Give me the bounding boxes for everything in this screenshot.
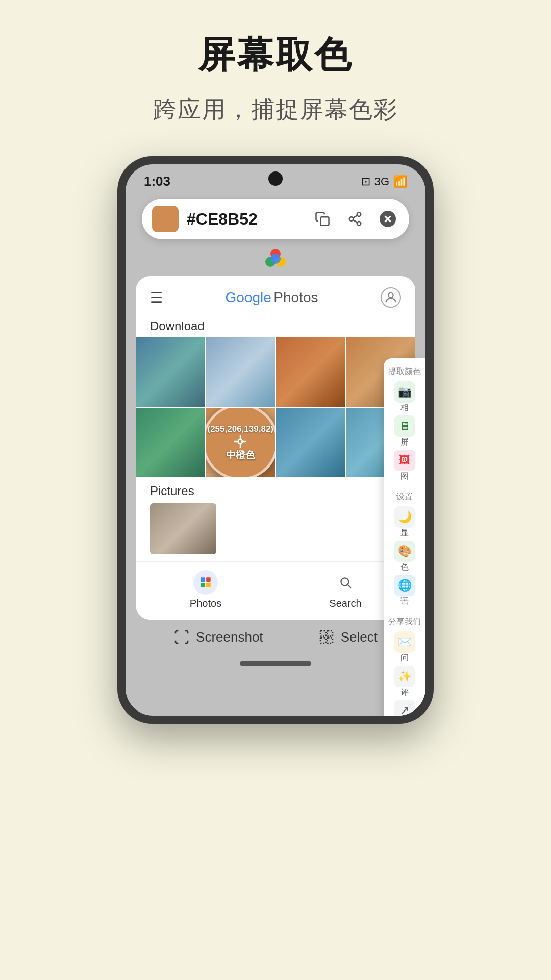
svg-point-1	[357, 213, 361, 217]
svg-point-3	[357, 222, 361, 226]
side-item-share[interactable]: ↗ 分	[387, 700, 422, 716]
side-item-globe[interactable]: 🌐 语	[387, 575, 422, 607]
svg-line-24	[348, 585, 351, 588]
phone-bottom-controls: Screenshot Select	[126, 620, 425, 654]
side-item-star[interactable]: ✨ 评	[387, 666, 422, 698]
mail-label: 问	[400, 653, 409, 664]
section-pictures-label: Pictures	[150, 484, 401, 503]
moon-label: 显	[400, 528, 409, 538]
side-panel: 提取颜色 📷 相 🖥 屏 🖼 图 设置 🌙 显	[384, 358, 425, 716]
camera-label: 相	[400, 403, 409, 413]
hamburger-icon[interactable]: ☰	[150, 289, 163, 306]
photo-cell-6[interactable]: (255,206,139,82) 中橙色	[206, 408, 276, 477]
screen-icon: 🖥	[394, 415, 415, 437]
photo-cell-1[interactable]	[136, 337, 205, 407]
phone-shell: 1:03 ⊡ 3G 📶 #CE8B52	[117, 156, 434, 724]
pictures-thumbnail[interactable]	[150, 503, 216, 554]
close-button[interactable]	[377, 208, 399, 230]
side-item-color[interactable]: 🎨 色	[387, 541, 422, 573]
pictures-section: Pictures	[136, 477, 415, 561]
photo-grid-container: (255,206,139,82) 中橙色	[136, 337, 415, 477]
google-text: Google	[226, 289, 271, 305]
status-bar: 1:03 ⊡ 3G 📶	[126, 164, 425, 194]
status-time: 1:03	[144, 174, 170, 189]
side-settings-label: 设置	[387, 488, 422, 504]
color-circle-top: (255,206,139,82)	[208, 424, 274, 434]
svg-point-13	[388, 293, 393, 298]
svg-point-23	[341, 578, 348, 585]
photos-nav-label: Photos	[190, 598, 221, 609]
color-circle: (255,206,139,82) 中橙色	[206, 408, 276, 477]
screenshot-button[interactable]: Screenshot	[173, 629, 263, 645]
color-actions	[311, 208, 399, 230]
color-swatch	[152, 206, 179, 232]
color-hex-value: #CE8B52	[187, 210, 303, 229]
image-icon: 🖼	[394, 450, 415, 471]
svg-rect-20	[206, 577, 211, 582]
mail-icon: ✉️	[394, 631, 415, 653]
app-header: ☰ Google Photos	[136, 276, 415, 315]
side-item-moon[interactable]: 🌙 显	[387, 506, 422, 538]
share-button[interactable]	[344, 208, 366, 230]
svg-rect-21	[201, 583, 205, 587]
photo-cell-7[interactable]	[276, 408, 345, 477]
home-indicator	[240, 662, 311, 666]
globe-label: 语	[400, 596, 409, 607]
photo-cell-2[interactable]	[206, 337, 276, 407]
color-settings-icon: 🎨	[394, 541, 415, 562]
image-label: 图	[400, 471, 409, 482]
svg-point-12	[270, 254, 281, 264]
color-circle-bot: 中橙色	[226, 449, 255, 462]
photos-label: Photos	[273, 289, 318, 305]
phone-screen: 1:03 ⊡ 3G 📶 #CE8B52	[126, 164, 425, 716]
nav-item-photos[interactable]: Photos	[136, 570, 276, 609]
color-picker-bar[interactable]: #CE8B52	[142, 199, 409, 239]
side-item-image[interactable]: 🖼 图	[387, 450, 422, 482]
moon-icon: 🌙	[394, 506, 415, 528]
star-icon: ✨	[394, 666, 415, 687]
profile-icon[interactable]	[381, 287, 401, 308]
status-right-icons: ⊡ 3G 📶	[361, 175, 407, 188]
svg-rect-22	[206, 583, 211, 587]
search-nav-label: Search	[329, 598, 361, 609]
svg-rect-25	[320, 631, 326, 636]
network-text: 3G	[374, 175, 389, 188]
page-subtitle: 跨应用，捕捉屏幕色彩	[153, 94, 398, 126]
bottom-nav: Photos Search	[136, 561, 415, 620]
cast-icon: ⊡	[361, 175, 370, 188]
google-photos-logo	[126, 246, 425, 272]
photos-nav-icon	[193, 570, 218, 595]
photo-grid: (255,206,139,82) 中橙色	[136, 337, 415, 477]
share-side-icon: ↗	[394, 700, 415, 716]
side-share-label: 分享我们	[387, 614, 422, 629]
svg-rect-27	[320, 638, 326, 643]
page-title: 屏幕取色	[198, 31, 353, 80]
copy-button[interactable]	[311, 208, 334, 230]
screen-label: 屏	[400, 437, 409, 448]
star-label: 评	[400, 687, 409, 698]
svg-rect-26	[327, 631, 333, 636]
globe-icon: 🌐	[394, 575, 415, 596]
crosshair-icon	[233, 434, 247, 449]
app-card: ☰ Google Photos Download	[136, 276, 415, 620]
side-item-screen[interactable]: 🖥 屏	[387, 415, 422, 448]
app-title: Google Photos	[226, 289, 318, 306]
photo-cell-3[interactable]	[276, 337, 345, 407]
select-button[interactable]: Select	[318, 629, 378, 645]
side-item-mail[interactable]: ✉️ 问	[387, 631, 422, 664]
screenshot-label: Screenshot	[196, 629, 263, 645]
svg-rect-28	[327, 638, 333, 643]
section-download-label: Download	[136, 315, 415, 337]
signal-icon: 📶	[393, 175, 407, 188]
photo-cell-5[interactable]	[136, 408, 205, 477]
select-label: Select	[341, 629, 378, 645]
search-nav-icon	[333, 570, 358, 595]
phone-wrapper: 1:03 ⊡ 3G 📶 #CE8B52	[117, 156, 434, 724]
svg-line-5	[353, 215, 358, 218]
svg-point-18	[238, 439, 242, 444]
color-picker-overlay: (255,206,139,82) 中橙色	[206, 408, 276, 477]
side-item-camera[interactable]: 📷 相	[387, 381, 422, 413]
svg-point-2	[349, 217, 354, 221]
svg-rect-0	[320, 217, 329, 225]
camera-icon: 📷	[394, 381, 415, 403]
